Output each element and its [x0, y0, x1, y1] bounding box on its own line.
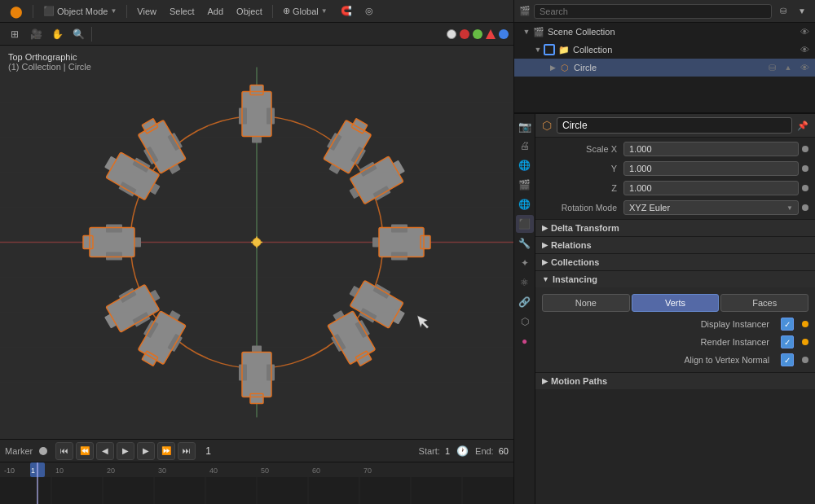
none-btn[interactable]: None [542, 294, 630, 312]
step-forward-btn[interactable]: ⏩ [157, 442, 175, 460]
motion-paths-section[interactable]: ▶ Motion Paths [535, 372, 815, 389]
end-value[interactable]: 60 [499, 446, 509, 456]
circle-object-icon: ⬡ [558, 61, 571, 74]
scale-x-dot[interactable] [802, 146, 808, 152]
collection-arrow[interactable]: ▼ [532, 46, 544, 54]
scene-hide-btn[interactable]: 👁 [797, 24, 812, 39]
timeline-header: Marker ⏮ ⏪ ◀ ▶ ▶ ⏩ ⏭ 1 Start: 1 [0, 440, 513, 462]
prev-keyframe-btn[interactable]: ◀ [96, 442, 114, 460]
scale-z-value[interactable]: 1.000 [623, 181, 799, 195]
circle-arrow[interactable]: ▶ [547, 64, 558, 72]
constraints-icon[interactable]: 🔗 [516, 293, 534, 311]
render-instancer-row: Render Instancer ✓ [535, 333, 815, 351]
add-menu[interactable]: Add [203, 5, 229, 18]
scene-collection-arrow[interactable]: ▼ [521, 28, 532, 36]
collection-hide-btn[interactable]: 👁 [797, 42, 812, 57]
tree-circle-object[interactable]: ▶ ⬡ Circle ⛁ ▲ 👁 [514, 59, 815, 77]
proportional-btn[interactable]: ◎ [360, 4, 378, 18]
svg-text:1: 1 [31, 467, 35, 475]
collection-checkbox[interactable] [544, 44, 555, 55]
current-frame[interactable]: 1 [199, 445, 218, 457]
top-toolbar: ⬤ ⬛ Object Mode ▼ View Select Add Object [0, 0, 513, 23]
circle-triangle-btn[interactable]: ▲ [781, 60, 795, 75]
object-mode-dropdown[interactable]: ⬛ Object Mode ▼ [38, 4, 121, 18]
viewport[interactable]: Top Orthographic (1) Collection | Circle [0, 46, 513, 439]
material-props-icon[interactable]: ● [516, 332, 534, 350]
delta-transform-section[interactable]: ▶ Delta Transform [535, 219, 815, 236]
zoom-btn[interactable]: 🔍 [68, 24, 88, 44]
rotation-dot[interactable] [802, 204, 808, 211]
camera-btn[interactable]: 🎥 [26, 24, 46, 44]
scene-props-icon[interactable]: 🎬 [516, 176, 534, 194]
timeline-svg: -10 10 20 30 40 50 60 70 1 [0, 462, 513, 504]
separator-1 [33, 5, 33, 18]
next-keyframe-btn[interactable]: ▶ [137, 442, 155, 460]
collections-section[interactable]: ▶ Collections [535, 253, 815, 270]
circle-filter-btn[interactable]: ⛁ [764, 60, 779, 75]
physics-icon[interactable]: ⚛ [516, 274, 534, 291]
render-props-icon[interactable]: 📷 [516, 117, 534, 135]
render-instancer-checkbox[interactable]: ✓ [781, 335, 794, 348]
tree-scene-collection[interactable]: ▼ 🎬 Scene Collection 👁 [514, 23, 815, 41]
scale-x-value[interactable]: 1.000 [623, 142, 799, 156]
svg-text:50: 50 [261, 467, 269, 475]
data-props-icon[interactable]: ⬡ [516, 313, 534, 331]
svg-text:40: 40 [209, 467, 218, 475]
instancing-label: Instancing [553, 274, 597, 284]
circle-hide-btn[interactable]: 👁 [797, 60, 812, 75]
properties-section: 📷 🖨 🌐 🎬 🌐 ⬛ 🔧 ✦ ⚛ 🔗 ⬡ ● ⬡ 📌 [514, 114, 815, 504]
play-btn[interactable]: ▶ [117, 442, 134, 460]
verts-btn[interactable]: Verts [632, 294, 720, 312]
circle-label: Circle [574, 63, 597, 72]
select-menu[interactable]: Select [165, 5, 200, 18]
relations-section[interactable]: ▶ Relations [535, 236, 815, 253]
timeline-track[interactable]: -10 10 20 30 40 50 60 70 1 [0, 462, 513, 504]
scale-z-dot[interactable] [802, 185, 808, 191]
object-props-icon[interactable]: ⬛ [516, 215, 534, 233]
rotation-mode-value: XYZ Euler [629, 203, 670, 213]
vp-sep-1 [91, 27, 92, 42]
modifier-props-icon[interactable]: 🔧 [516, 234, 534, 252]
object-menu[interactable]: Object [231, 5, 267, 18]
props-pin-icon[interactable]: 📌 [797, 121, 808, 131]
grid-btn[interactable]: ⊞ [5, 24, 24, 44]
svg-text:60: 60 [312, 467, 320, 475]
hand-btn[interactable]: ✋ [47, 24, 67, 44]
start-value[interactable]: 1 [445, 446, 450, 456]
faces-btn[interactable]: Faces [720, 294, 808, 312]
jump-end-btn[interactable]: ⏭ [178, 442, 196, 460]
align-vertex-row: Align to Vertex Normal ✓ [535, 351, 815, 369]
snap-icon: 🧲 [341, 6, 352, 16]
scale-y-value[interactable]: 1.000 [623, 161, 799, 176]
render-instancer-dot[interactable] [802, 339, 808, 345]
svg-rect-41 [391, 225, 408, 233]
outliner-filter-btn[interactable]: ⛁ [775, 3, 791, 20]
scale-y-dot[interactable] [802, 165, 808, 172]
tree-collection[interactable]: ▼ 📁 Collection 👁 [514, 41, 815, 59]
outliner-search[interactable] [534, 4, 772, 19]
svg-rect-56 [239, 365, 247, 381]
align-vertex-dot[interactable] [802, 357, 808, 363]
instancing-section-header[interactable]: ▼ Instancing [535, 270, 815, 287]
align-vertex-checkbox[interactable]: ✓ [781, 353, 794, 366]
view-layer-icon[interactable]: 🌐 [516, 156, 534, 174]
scene-vis-icons: 👁 [797, 24, 812, 39]
rotation-mode-dropdown[interactable]: XYZ Euler ▼ [623, 200, 799, 215]
step-back-btn[interactable]: ⏪ [76, 442, 94, 460]
outliner-restrict-btn[interactable]: ▼ [794, 3, 810, 20]
transform-label: Global [293, 7, 319, 16]
snap-btn[interactable]: 🧲 [336, 4, 357, 18]
view-menu[interactable]: View [132, 5, 161, 18]
object-name-input[interactable] [557, 117, 792, 134]
output-props-icon[interactable]: 🖨 [516, 137, 534, 155]
jump-start-btn[interactable]: ⏮ [55, 442, 73, 460]
rotation-dropdown-arrow: ▼ [786, 204, 793, 212]
motion-paths-label: Motion Paths [551, 376, 607, 386]
world-props-icon[interactable]: 🌐 [516, 195, 534, 213]
blender-menu[interactable]: ⬤ [5, 3, 28, 20]
transform-dropdown[interactable]: ⊕ Global ▼ [278, 4, 333, 18]
particles-icon[interactable]: ✦ [516, 254, 534, 272]
display-instancer-dot[interactable] [802, 321, 808, 327]
scene-collection-label: Scene Collection [548, 27, 615, 37]
display-instancer-checkbox[interactable]: ✓ [781, 318, 794, 331]
